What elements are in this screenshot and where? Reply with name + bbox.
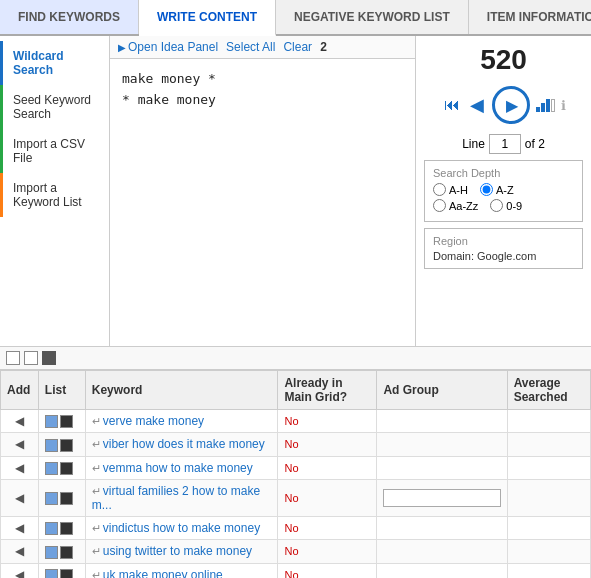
- open-idea-panel-button[interactable]: Open Idea Panel: [118, 40, 218, 54]
- cell-keyword-5: ↵using twitter to make money: [85, 540, 278, 563]
- signal-bar-2: [541, 103, 545, 112]
- keyword-link-1[interactable]: viber how does it make money: [103, 437, 265, 451]
- already-value-2: No: [284, 462, 298, 474]
- cell-already-6: No: [278, 563, 377, 578]
- grid-checkbox-dark[interactable]: [42, 351, 56, 365]
- add-arrow-btn-1[interactable]: ◀: [13, 437, 26, 451]
- cell-list-6: [38, 563, 85, 578]
- keyword-link-3[interactable]: virtual families 2 how to make m...: [92, 484, 260, 512]
- cell-adgroup-6: [377, 563, 507, 578]
- main-content: Wildcard Search Seed Keyword Search Impo…: [0, 36, 591, 346]
- cell-adgroup-3[interactable]: [377, 479, 507, 516]
- cell-add-2: ◀: [1, 456, 39, 479]
- list-checkbox-blue-1[interactable]: [45, 439, 58, 452]
- radio-09[interactable]: 0-9: [490, 199, 522, 212]
- keyword-link-4[interactable]: vindictus how to make money: [103, 521, 260, 535]
- line-label: Line: [462, 137, 485, 151]
- cell-keyword-0: ↵verve make money: [85, 410, 278, 433]
- list-checkbox-dark-0[interactable]: [60, 415, 73, 428]
- cell-already-1: No: [278, 433, 377, 456]
- tab-item-information[interactable]: ITEM INFORMATION: [469, 0, 591, 34]
- list-checkbox-dark-4[interactable]: [60, 522, 73, 535]
- player-controls: ⏮ ◀ ▶ ℹ: [424, 86, 583, 124]
- add-arrow-btn-6[interactable]: ◀: [13, 568, 26, 578]
- cell-add-4: ◀: [1, 516, 39, 539]
- cell-adgroup-0: [377, 410, 507, 433]
- list-checkbox-blue-3[interactable]: [45, 492, 58, 505]
- add-arrow-btn-2[interactable]: ◀: [13, 461, 26, 475]
- list-checkbox-dark-3[interactable]: [60, 492, 73, 505]
- cell-adgroup-2: [377, 456, 507, 479]
- list-checkbox-dark-1[interactable]: [60, 439, 73, 452]
- sidebar-item-import-keyword[interactable]: Import a Keyword List: [0, 173, 109, 217]
- list-checkbox-blue-4[interactable]: [45, 522, 58, 535]
- tab-write-content[interactable]: WRITE CONTENT: [139, 0, 276, 36]
- indent-icon-4: ↵: [92, 522, 101, 534]
- list-checkbox-dark-2[interactable]: [60, 462, 73, 475]
- grid-checkbox-empty[interactable]: [6, 351, 20, 365]
- th-keyword: Keyword: [85, 371, 278, 410]
- list-checkbox-blue-0[interactable]: [45, 415, 58, 428]
- tab-negative-keyword[interactable]: NEGATIVE KEYWORD LIST: [276, 0, 469, 34]
- radio-az-label: A-Z: [496, 184, 514, 196]
- add-arrow-btn-4[interactable]: ◀: [13, 521, 26, 535]
- list-checkbox-blue-2[interactable]: [45, 462, 58, 475]
- tab-find-keywords[interactable]: FIND KEYWORDS: [0, 0, 139, 34]
- list-checkbox-dark-6[interactable]: [60, 569, 73, 578]
- radio-row-1: A-H A-Z: [433, 183, 574, 196]
- signal-bar-1: [536, 107, 540, 112]
- sidebar-item-wildcard-search[interactable]: Wildcard Search: [0, 41, 109, 85]
- cell-keyword-1: ↵viber how does it make money: [85, 433, 278, 456]
- list-checkbox-blue-5[interactable]: [45, 546, 58, 559]
- indent-icon-6: ↵: [92, 569, 101, 578]
- indent-icon-1: ↵: [92, 438, 101, 450]
- sidebar-item-import-csv[interactable]: Import a CSV File: [0, 129, 109, 173]
- region-title: Region: [433, 235, 574, 247]
- toolbar-count: 2: [320, 40, 327, 54]
- skip-back-button[interactable]: ⏮: [442, 94, 462, 116]
- play-icon: ▶: [506, 96, 518, 115]
- radio-ah-label: A-H: [449, 184, 468, 196]
- sidebar-item-seed-keyword[interactable]: Seed Keyword Search: [0, 85, 109, 129]
- cell-already-4: No: [278, 516, 377, 539]
- radio-ah[interactable]: A-H: [433, 183, 468, 196]
- region-domain: Domain: Google.com: [433, 250, 574, 262]
- line-input[interactable]: [489, 134, 521, 154]
- cell-add-3: ◀: [1, 479, 39, 516]
- list-checkbox-blue-6[interactable]: [45, 569, 58, 578]
- step-back-button[interactable]: ◀: [468, 92, 486, 118]
- th-add: Add: [1, 371, 39, 410]
- adgroup-input-3[interactable]: [383, 489, 500, 507]
- table-row: ◀ ↵vemma how to make money No: [1, 456, 591, 479]
- add-arrow-btn-5[interactable]: ◀: [13, 544, 26, 558]
- cell-add-1: ◀: [1, 433, 39, 456]
- keyword-text-area[interactable]: make money * * make money: [110, 59, 415, 346]
- clear-button[interactable]: Clear: [283, 40, 312, 54]
- cell-already-0: No: [278, 410, 377, 433]
- play-button[interactable]: ▶: [492, 86, 530, 124]
- add-arrow-btn-0[interactable]: ◀: [13, 414, 26, 428]
- grid-checkbox-sm2[interactable]: [24, 351, 38, 365]
- th-avg: Average Searched: [507, 371, 590, 410]
- keyword-link-2[interactable]: vemma how to make money: [103, 461, 253, 475]
- search-depth-title: Search Depth: [433, 167, 574, 179]
- add-arrow-btn-3[interactable]: ◀: [13, 491, 26, 505]
- cell-already-3: No: [278, 479, 377, 516]
- keyword-link-6[interactable]: uk make money online: [103, 568, 223, 578]
- select-all-button[interactable]: Select All: [226, 40, 275, 54]
- list-checkbox-dark-5[interactable]: [60, 546, 73, 559]
- indent-icon-5: ↵: [92, 545, 101, 557]
- cell-list-0: [38, 410, 85, 433]
- keyword-link-0[interactable]: verve make money: [103, 414, 204, 428]
- radio-az[interactable]: A-Z: [480, 183, 514, 196]
- th-already: Already in Main Grid?: [278, 371, 377, 410]
- signal-bars: [536, 99, 555, 112]
- top-nav: FIND KEYWORDS WRITE CONTENT NEGATIVE KEY…: [0, 0, 591, 36]
- signal-bar-3: [546, 99, 550, 112]
- keyword-link-5[interactable]: using twitter to make money: [103, 544, 252, 558]
- data-table: Add List Keyword Already in Main Grid? A…: [0, 370, 591, 578]
- cell-avg-6: [507, 563, 590, 578]
- radio-aazz[interactable]: Aa-Zz: [433, 199, 478, 212]
- radio-row-2: Aa-Zz 0-9: [433, 199, 574, 212]
- grid-separator: [0, 346, 591, 370]
